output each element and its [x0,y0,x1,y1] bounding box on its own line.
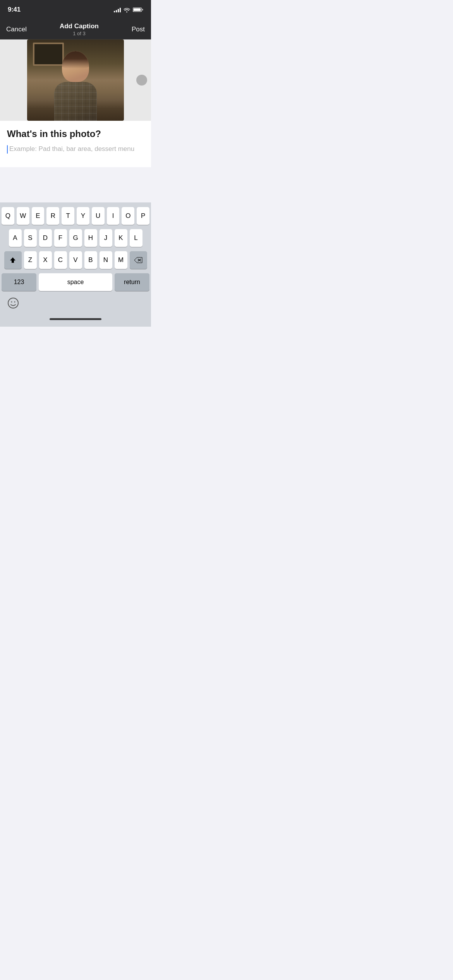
key-a[interactable]: A [9,229,22,247]
key-e[interactable]: E [32,207,45,225]
keyboard-row-3: Z X C V B N M [2,251,149,269]
delete-button[interactable] [130,251,147,269]
caption-question: What's in this photo? [7,128,144,140]
key-c[interactable]: C [54,251,67,269]
key-h[interactable]: H [84,229,97,247]
key-i[interactable]: I [107,207,120,225]
person-head [62,51,89,82]
key-l[interactable]: L [130,229,142,247]
photo-image [27,39,124,121]
svg-point-6 [11,302,12,303]
space-button[interactable]: space [39,273,112,291]
text-cursor [7,145,8,154]
keyboard-row-4: 123 space return [2,273,149,291]
emoji-button[interactable] [6,296,20,310]
status-time: 9:41 [8,6,21,14]
numbers-button[interactable]: 123 [2,273,36,291]
key-v[interactable]: V [69,251,82,269]
keyboard-bottom-bar [0,293,151,314]
cancel-button[interactable]: Cancel [6,26,27,33]
key-d[interactable]: D [39,229,52,247]
scroll-indicator [136,75,147,86]
keyboard-rows: Q W E R T Y U I O P A S D F G H J K L [0,202,151,293]
status-icons [114,7,143,12]
home-indicator [50,318,101,320]
svg-rect-2 [142,9,143,10]
key-n[interactable]: N [100,251,112,269]
key-k[interactable]: K [115,229,127,247]
shift-icon [9,257,16,264]
return-button[interactable]: return [115,273,149,291]
key-j[interactable]: J [100,229,112,247]
status-bar: 9:41 [0,0,151,19]
delete-icon [134,257,142,263]
emoji-icon [7,297,19,309]
key-q[interactable]: Q [2,207,14,225]
key-u[interactable]: U [92,207,105,225]
keyboard-row-2: A S D F G H J K L [2,229,149,247]
person-body [54,82,97,121]
battery-icon [133,7,143,12]
photo-person [48,51,103,121]
key-g[interactable]: G [69,229,82,247]
shift-button[interactable] [4,251,22,269]
key-p[interactable]: P [137,207,149,225]
photo-container [0,39,151,121]
key-w[interactable]: W [17,207,29,225]
nav-title-container: Add Caption 1 of 3 [60,22,99,36]
key-r[interactable]: R [46,207,59,225]
svg-point-7 [14,302,15,303]
key-y[interactable]: Y [77,207,89,225]
key-s[interactable]: S [24,229,37,247]
home-indicator-area [0,314,151,327]
nav-bar: Cancel Add Caption 1 of 3 Post [0,19,151,39]
caption-placeholder: Example: Pad thai, bar area, dessert men… [9,144,134,154]
shirt-pattern [54,82,97,121]
svg-point-5 [8,298,18,308]
key-x[interactable]: X [39,251,52,269]
keyboard-row-1: Q W E R T Y U I O P [2,207,149,225]
post-button[interactable]: Post [132,26,145,33]
svg-rect-1 [134,9,141,11]
key-f[interactable]: F [54,229,67,247]
key-m[interactable]: M [115,251,127,269]
wifi-icon [124,7,130,12]
key-b[interactable]: B [84,251,97,269]
signal-icon [114,7,121,12]
photo-wrapper [27,39,124,121]
key-z[interactable]: Z [24,251,37,269]
key-o[interactable]: O [122,207,134,225]
nav-subtitle: 1 of 3 [60,31,99,36]
key-t[interactable]: T [62,207,74,225]
nav-title: Add Caption [60,22,99,30]
caption-area: What's in this photo? Example: Pad thai,… [0,121,151,167]
caption-input-wrapper[interactable]: Example: Pad thai, bar area, dessert men… [7,144,144,154]
keyboard: Q W E R T Y U I O P A S D F G H J K L [0,202,151,327]
person-hair [62,51,89,69]
